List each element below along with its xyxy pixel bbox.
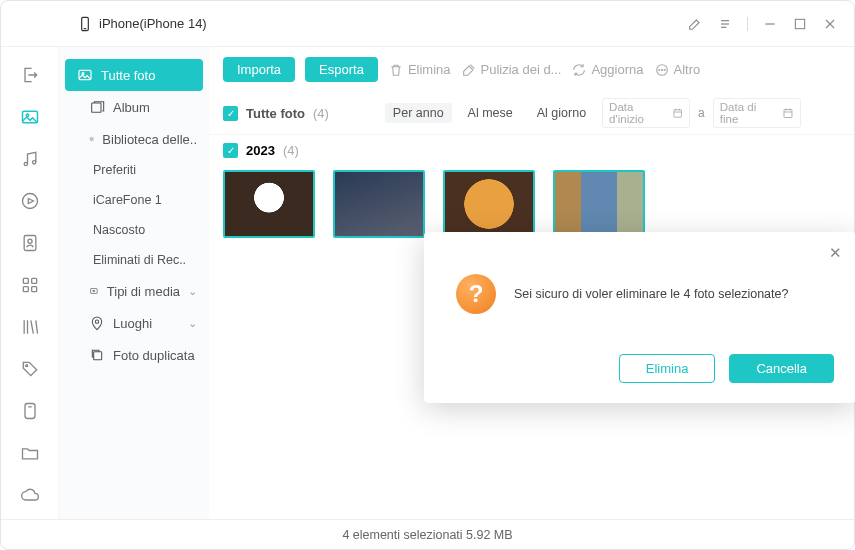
apps-icon[interactable] (20, 275, 40, 295)
dialog-message: Sei sicuro di voler eliminare le 4 foto … (514, 287, 788, 301)
sidebar-label: Luoghi (113, 316, 152, 331)
svg-rect-16 (23, 278, 28, 283)
status-bar: 4 elementi selezionati 5.92 MB (1, 519, 854, 549)
dialog-delete-button[interactable]: Elimina (619, 354, 716, 383)
contacts-icon[interactable] (20, 233, 40, 253)
sidebar-label: iCareFone 1 (93, 193, 162, 207)
sidebar-item-icarefone[interactable]: iCareFone 1 (59, 185, 209, 215)
svg-rect-25 (92, 103, 101, 112)
storage-icon[interactable] (20, 401, 40, 421)
photos-icon[interactable] (20, 107, 40, 127)
sidebar-item-deleted[interactable]: Eliminati di Rec.. (59, 245, 209, 275)
svg-rect-28 (94, 352, 102, 360)
sidebar-item-library[interactable]: Biblioteca delle.. (59, 123, 209, 155)
pin-icon (89, 315, 105, 331)
album-icon (89, 99, 105, 115)
titlebar: iPhone(iPhone 14) (1, 1, 854, 47)
folder-icon[interactable] (20, 443, 40, 463)
chevron-down-icon: ⌄ (188, 285, 197, 298)
modal-overlay: ✕ ? Sei sicuro di voler eliminare le 4 f… (209, 47, 854, 519)
media-icon (89, 283, 99, 299)
sidebar-item-favorites[interactable]: Preferiti (59, 155, 209, 185)
edit-icon[interactable] (687, 16, 703, 32)
sidebar-label: Nascosto (93, 223, 145, 237)
question-icon: ? (456, 274, 496, 314)
books-icon[interactable] (20, 317, 40, 337)
exit-icon[interactable] (20, 65, 40, 85)
sidebar-label: Preferiti (93, 163, 136, 177)
body: Tutte foto Album Biblioteca delle.. Pref… (1, 47, 854, 519)
confirm-dialog: ✕ ? Sei sicuro di voler eliminare le 4 f… (424, 232, 855, 403)
videos-icon[interactable] (20, 191, 40, 211)
sidebar-item-all-photos[interactable]: Tutte foto (65, 59, 203, 91)
minimize-icon[interactable] (762, 16, 778, 32)
sidebar-label: Tipi di media (107, 284, 180, 299)
tags-icon[interactable] (20, 359, 40, 379)
dialog-close-icon[interactable]: ✕ (829, 244, 842, 262)
svg-rect-26 (91, 289, 98, 294)
svg-point-15 (27, 239, 31, 243)
svg-point-27 (95, 320, 98, 323)
duplicate-icon (89, 347, 105, 363)
sidebar-item-duplicate[interactable]: Foto duplicata (59, 339, 209, 371)
svg-point-20 (25, 365, 27, 367)
svg-point-11 (24, 162, 27, 165)
device-name: iPhone(iPhone 14) (99, 16, 207, 31)
sidebar-item-media-type[interactable]: Tipi di media ⌄ (59, 275, 209, 307)
sidebar-item-places[interactable]: Luoghi ⌄ (59, 307, 209, 339)
phone-icon (77, 16, 93, 32)
status-text: 4 elementi selezionati 5.92 MB (342, 528, 512, 542)
sidebar-item-album[interactable]: Album (59, 91, 209, 123)
maximize-icon[interactable] (792, 16, 808, 32)
nav-rail (1, 47, 59, 519)
app-window: iPhone(iPhone 14) (0, 0, 855, 550)
sidebar-item-hidden[interactable]: Nascosto (59, 215, 209, 245)
sidebar: Tutte foto Album Biblioteca delle.. Pref… (59, 47, 209, 519)
window-controls (687, 16, 838, 32)
sidebar-label: Tutte foto (101, 68, 155, 83)
svg-point-12 (32, 161, 35, 164)
svg-point-13 (22, 194, 37, 209)
main-panel: Importa Esporta Elimina Pulizia dei d...… (209, 47, 854, 519)
chevron-down-icon: ⌄ (188, 317, 197, 330)
music-icon[interactable] (20, 149, 40, 169)
svg-rect-17 (31, 278, 36, 283)
cloud-icon[interactable] (20, 485, 40, 505)
svg-rect-6 (795, 19, 804, 28)
sidebar-label: Album (113, 100, 150, 115)
image-icon (77, 67, 93, 83)
sidebar-label: Foto duplicata (113, 348, 195, 363)
list-icon[interactable] (717, 16, 733, 32)
close-icon[interactable] (822, 16, 838, 32)
sidebar-label: Eliminati di Rec.. (93, 253, 186, 267)
sidebar-label: Biblioteca delle.. (102, 132, 197, 147)
library-icon (89, 131, 94, 147)
svg-rect-18 (23, 287, 28, 292)
device-label: iPhone(iPhone 14) (77, 16, 207, 32)
separator (747, 17, 748, 31)
svg-rect-21 (25, 404, 35, 419)
svg-rect-19 (31, 287, 36, 292)
dialog-cancel-button[interactable]: Cancella (729, 354, 834, 383)
